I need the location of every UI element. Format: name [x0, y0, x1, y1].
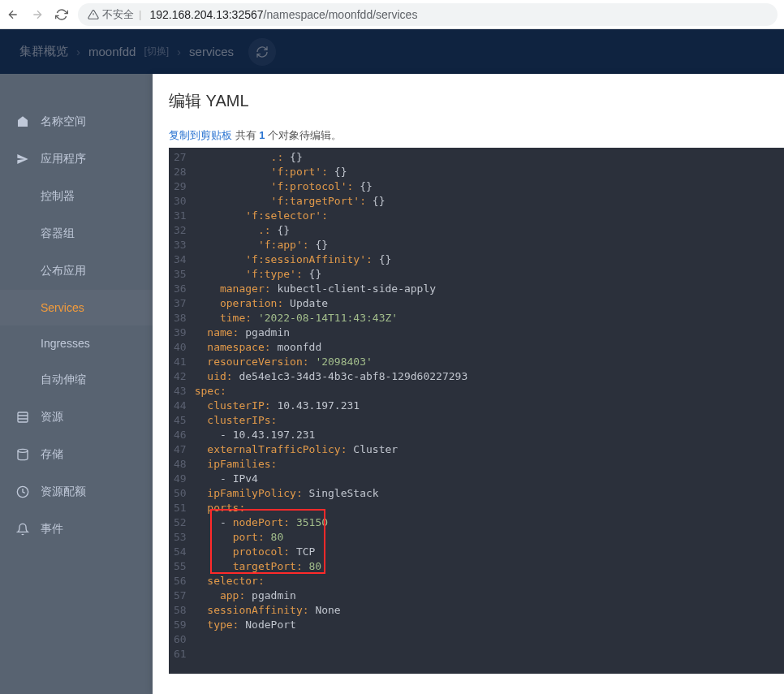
code-line: resourceVersion: '2098403' [195, 355, 784, 369]
code-line: app: pgadmin [195, 588, 784, 603]
sidebar-item-2[interactable]: 控制器 [0, 178, 153, 215]
code-line [195, 632, 784, 647]
copy-to-clipboard-link[interactable]: 复制到剪贴板 [169, 129, 232, 141]
sidebar-item-7[interactable]: 自动伸缩 [0, 361, 153, 399]
insecure-warning: 不安全 | [88, 7, 143, 22]
sidebar-item-label: 应用程序 [41, 152, 86, 166]
sidebar-item-label: 名称空间 [41, 114, 86, 129]
yaml-edit-panel: 编辑 YAML 复制到剪贴板 共有 1 个对象待编辑。 272829303132… [153, 74, 784, 694]
code-line [195, 647, 784, 662]
back-icon[interactable] [6, 8, 19, 21]
code-line: - nodePort: 35150 [195, 515, 784, 530]
sidebar-item-label: 控制器 [41, 189, 75, 204]
code-line: targetPort: 80 [195, 559, 784, 574]
code-line: - 10.43.197.231 [195, 428, 784, 442]
code-line: clusterIP: 10.43.197.231 [195, 399, 784, 413]
sidebar-icon [16, 448, 29, 461]
code-line: 'f:selector': [195, 209, 784, 223]
code-line: 'f:port': {} [195, 165, 784, 179]
sidebar-item-6[interactable]: Ingresses [0, 325, 153, 361]
sidebar-icon [16, 485, 29, 498]
sidebar-item-label: Services [41, 301, 84, 314]
sidebar-item-4[interactable]: 公布应用 [0, 252, 153, 290]
code-line: port: 80 [195, 530, 784, 545]
sidebar-icon [16, 523, 29, 536]
sidebar-item-label: 资源配额 [41, 485, 86, 499]
url-text: 192.168.204.13:32567/namespace/moonfdd/s… [149, 8, 417, 21]
code-line: selector: [195, 574, 784, 588]
code-line: 'f:protocol': {} [195, 179, 784, 194]
code-line: manager: kubectl-client-side-apply [195, 282, 784, 296]
line-number-gutter: 2728293031323334353637383940414243444546… [169, 148, 195, 674]
code-line: clusterIPs: [195, 413, 784, 428]
sidebar-item-8[interactable]: 资源 [0, 399, 153, 436]
code-line: 'f:app': {} [195, 238, 784, 252]
code-line: type: NodePort [195, 618, 784, 632]
svg-point-1 [18, 449, 28, 452]
code-line: 'f:type': {} [195, 267, 784, 282]
panel-title: 编辑 YAML [169, 90, 784, 112]
warning-triangle-icon [88, 9, 99, 20]
code-line: spec: [195, 384, 784, 399]
sidebar-item-1[interactable]: 应用程序 [0, 140, 153, 178]
sidebar-icon [16, 153, 29, 166]
sidebar-item-11[interactable]: 事件 [0, 511, 153, 548]
sidebar-item-label: 事件 [41, 522, 63, 537]
code-line: time: '2022-08-14T11:43:43Z' [195, 311, 784, 325]
nav-arrows [6, 8, 68, 21]
svg-rect-0 [18, 412, 28, 422]
code-line: .: {} [195, 150, 784, 165]
sidebar-item-label: 自动伸缩 [41, 373, 86, 387]
code-line: uid: de54e1c3-34d3-4b3c-abf8-129d6022729… [195, 369, 784, 384]
code-line: protocol: TCP [195, 545, 784, 559]
code-line: sessionAffinity: None [195, 603, 784, 618]
yaml-code-editor[interactable]: 2728293031323334353637383940414243444546… [169, 148, 784, 674]
code-line: operation: Update [195, 296, 784, 311]
sidebar-item-label: 存储 [41, 447, 63, 462]
forward-icon[interactable] [31, 8, 44, 21]
sidebar-item-3[interactable]: 容器组 [0, 215, 153, 252]
sidebar-item-0[interactable]: 名称空间 [0, 103, 153, 140]
reload-icon[interactable] [55, 8, 68, 21]
code-line: 'f:sessionAffinity': {} [195, 252, 784, 267]
code-content[interactable]: .: {} 'f:port': {} 'f:protocol': {} 'f:t… [195, 148, 784, 674]
insecure-label: 不安全 [102, 7, 134, 22]
code-line: externalTrafficPolicy: Cluster [195, 442, 784, 457]
code-line: 'f:targetPort': {} [195, 194, 784, 209]
code-line: namespace: moonfdd [195, 340, 784, 355]
sidebar-item-label: Ingresses [41, 337, 90, 350]
sidebar-item-9[interactable]: 存储 [0, 436, 153, 473]
code-line: .: {} [195, 223, 784, 238]
url-bar[interactable]: 不安全 | 192.168.204.13:32567/namespace/moo… [78, 3, 778, 26]
sidebar-item-5[interactable]: Services [0, 290, 153, 325]
code-line: - IPv4 [195, 472, 784, 486]
code-line: ipFamilies: [195, 457, 784, 472]
code-line: ports: [195, 501, 784, 515]
sidebar-icon [16, 115, 29, 128]
code-line: name: pgadmin [195, 325, 784, 340]
sidebar-item-label: 公布应用 [41, 264, 86, 278]
sidebar-icon [16, 411, 29, 424]
browser-toolbar: 不安全 | 192.168.204.13:32567/namespace/moo… [0, 0, 784, 29]
sidebar: 名称空间应用程序控制器容器组公布应用ServicesIngresses自动伸缩资… [0, 74, 153, 694]
sidebar-item-label: 资源 [41, 410, 63, 425]
sidebar-item-label: 容器组 [41, 226, 75, 241]
panel-subline: 复制到剪贴板 共有 1 个对象待编辑。 [169, 128, 784, 143]
code-line: ipFamilyPolicy: SingleStack [195, 486, 784, 501]
sidebar-item-10[interactable]: 资源配额 [0, 473, 153, 511]
